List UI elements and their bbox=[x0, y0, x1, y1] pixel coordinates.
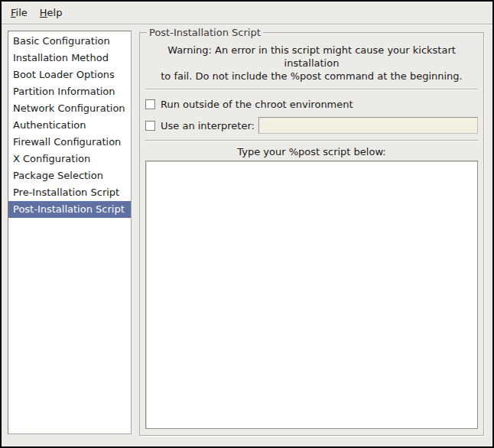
sidebar-item-installation-method[interactable]: Installation Method bbox=[8, 50, 131, 67]
sidebar-item-pre-installation-script[interactable]: Pre-Installation Script bbox=[8, 184, 131, 201]
sidebar-item-post-installation-script[interactable]: Post-Installation Script bbox=[8, 201, 131, 218]
separator bbox=[145, 140, 478, 141]
menu-help[interactable]: Help bbox=[34, 5, 69, 21]
script-label: Type your %post script below: bbox=[145, 146, 478, 157]
sidebar-item-x-configuration[interactable]: X Configuration bbox=[8, 151, 131, 167]
chroot-checkbox-label: Run outside of the chroot environment bbox=[161, 99, 353, 110]
frame-title: Post-Installation Script bbox=[147, 27, 263, 38]
interpreter-checkbox[interactable] bbox=[145, 121, 155, 131]
interpreter-row: Use an interpreter: bbox=[145, 117, 478, 134]
section-list: Basic ConfigurationInstallation MethodBo… bbox=[8, 31, 132, 434]
sidebar-item-authentication[interactable]: Authentication bbox=[8, 117, 131, 134]
chroot-row: Run outside of the chroot environment bbox=[145, 96, 478, 112]
sidebar-item-partition-information[interactable]: Partition Information bbox=[8, 83, 131, 100]
sidebar-item-network-configuration[interactable]: Network Configuration bbox=[8, 100, 131, 117]
sidebar-item-package-selection[interactable]: Package Selection bbox=[8, 167, 131, 184]
sidebar-item-boot-loader-options[interactable]: Boot Loader Options bbox=[8, 67, 131, 83]
interpreter-input[interactable] bbox=[258, 117, 478, 134]
kickstart-configurator-window: File Help Basic ConfigurationInstallatio… bbox=[0, 0, 494, 448]
script-textarea[interactable] bbox=[145, 161, 478, 429]
interpreter-checkbox-label: Use an interpreter: bbox=[161, 120, 255, 131]
sidebar-item-basic-configuration[interactable]: Basic Configuration bbox=[8, 33, 131, 50]
chroot-checkbox[interactable] bbox=[145, 99, 155, 109]
warning-text: Warning: An error in this script might c… bbox=[145, 44, 478, 83]
menu-bar: File Help bbox=[2, 2, 492, 24]
menu-file[interactable]: File bbox=[5, 5, 34, 21]
separator bbox=[145, 89, 478, 90]
post-installation-frame: Post-Installation Script Warning: An err… bbox=[139, 27, 484, 436]
sidebar-item-firewall-configuration[interactable]: Firewall Configuration bbox=[8, 134, 131, 151]
